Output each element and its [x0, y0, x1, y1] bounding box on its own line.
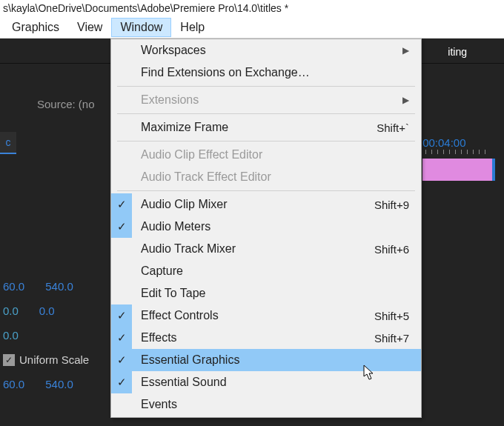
- value-anchor-y[interactable]: 540.0: [45, 378, 73, 390]
- chevron-right-icon: ▶: [402, 45, 409, 56]
- menu-separator: [117, 113, 415, 114]
- uniform-scale-checkbox[interactable]: ✓: [3, 354, 15, 366]
- menu-item-effect-controls[interactable]: ✓ Effect Controls Shift+5: [111, 304, 421, 327]
- uniform-scale-label: Uniform Scale: [19, 353, 89, 366]
- menu-item-label: Audio Meters: [141, 220, 210, 233]
- menu-item-label: Find Extensions on Exchange…: [141, 66, 310, 79]
- window-menu-dropdown: Workspaces ▶ Find Extensions on Exchange…: [110, 39, 422, 418]
- menu-item-essential-graphics[interactable]: ✓ Essential Graphics: [111, 349, 421, 371]
- workspace-tab-editing[interactable]: iting: [439, 43, 476, 61]
- menu-shortcut: Shift+6: [374, 243, 409, 256]
- menu-item-label: Workspaces: [141, 44, 206, 57]
- menu-item-events[interactable]: Events: [111, 393, 421, 416]
- menu-item-label: Events: [141, 398, 177, 411]
- menu-bar: Graphics View Window Help: [0, 16, 504, 39]
- menu-item-label: Audio Track Mixer: [141, 242, 236, 256]
- value-scale-x[interactable]: 0.0: [3, 304, 19, 317]
- menu-item-maximize-frame[interactable]: Maximize Frame Shift+`: [111, 116, 421, 139]
- check-icon: ✓: [111, 371, 132, 393]
- check-icon: ✓: [111, 327, 132, 349]
- menu-separator: [117, 190, 415, 191]
- timeline-clip[interactable]: [422, 159, 495, 181]
- time-ruler[interactable]: [420, 150, 494, 157]
- check-icon: ✓: [111, 304, 132, 327]
- menu-item-label: Maximize Frame: [141, 121, 228, 134]
- menu-shortcut: Shift+5: [374, 310, 409, 322]
- menu-shortcut: Shift+7: [374, 332, 409, 345]
- menu-item-label: Edit To Tape: [141, 287, 205, 300]
- menu-item-workspaces[interactable]: Workspaces ▶: [111, 39, 421, 61]
- timecode: :00:04:00: [420, 136, 466, 149]
- menu-window[interactable]: Window: [111, 18, 171, 37]
- menu-separator: [117, 86, 415, 87]
- value-scale-y[interactable]: 0.0: [39, 304, 55, 317]
- menu-item-label: Extensions: [141, 93, 199, 107]
- source-panel-label: Source: (no: [37, 98, 95, 110]
- menu-item-label: Effect Controls: [141, 309, 219, 322]
- value-position-y[interactable]: 540.0: [45, 280, 73, 293]
- menu-item-effects[interactable]: ✓ Effects Shift+7: [111, 327, 421, 349]
- menu-item-capture[interactable]: Capture: [111, 260, 421, 282]
- menu-separator: [117, 141, 415, 142]
- menu-item-label: Essential Graphics: [141, 353, 239, 367]
- panel-tab[interactable]: c: [0, 132, 16, 154]
- menu-item-label: Essential Sound: [141, 376, 227, 389]
- menu-graphics[interactable]: Graphics: [3, 18, 68, 37]
- check-icon: ✓: [111, 193, 132, 216]
- title-path: s\kayla\OneDrive\Documents\Adobe\Premier…: [3, 2, 288, 14]
- menu-item-label: Audio Clip Mixer: [141, 198, 227, 211]
- menu-item-audio-meters[interactable]: ✓ Audio Meters: [111, 216, 421, 238]
- menu-item-label: Effects: [141, 331, 177, 345]
- menu-item-label: Audio Clip Effect Editor: [141, 148, 262, 162]
- menu-item-audio-track-effect-editor: Audio Track Effect Editor: [111, 166, 421, 188]
- menu-item-edit-to-tape[interactable]: Edit To Tape: [111, 282, 421, 304]
- effect-controls-values: 60.0 540.0 0.0 0.0 0.0 ✓ Uniform Scale 6…: [0, 274, 92, 396]
- value-rotation[interactable]: 0.0: [3, 329, 19, 342]
- menu-item-essential-sound[interactable]: ✓ Essential Sound: [111, 371, 421, 393]
- check-icon: ✓: [111, 216, 132, 238]
- menu-view[interactable]: View: [68, 18, 111, 37]
- title-bar: s\kayla\OneDrive\Documents\Adobe\Premier…: [0, 0, 504, 16]
- menu-shortcut: Shift+9: [374, 199, 409, 211]
- value-anchor-x[interactable]: 60.0: [3, 378, 24, 390]
- chevron-right-icon: ▶: [402, 95, 409, 105]
- menu-shortcut: Shift+`: [377, 122, 409, 134]
- menu-item-audio-clip-effect-editor: Audio Clip Effect Editor: [111, 144, 421, 166]
- check-icon: ✓: [111, 349, 132, 371]
- menu-item-label: Audio Track Effect Editor: [141, 170, 271, 184]
- menu-item-extensions[interactable]: Extensions ▶: [111, 89, 421, 111]
- value-position-x[interactable]: 60.0: [3, 280, 24, 293]
- menu-item-label: Capture: [141, 264, 183, 278]
- menu-item-audio-track-mixer[interactable]: Audio Track Mixer Shift+6: [111, 238, 421, 260]
- menu-help[interactable]: Help: [171, 18, 213, 37]
- menu-item-audio-clip-mixer[interactable]: ✓ Audio Clip Mixer Shift+9: [111, 193, 421, 216]
- menu-item-find-extensions[interactable]: Find Extensions on Exchange…: [111, 61, 421, 84]
